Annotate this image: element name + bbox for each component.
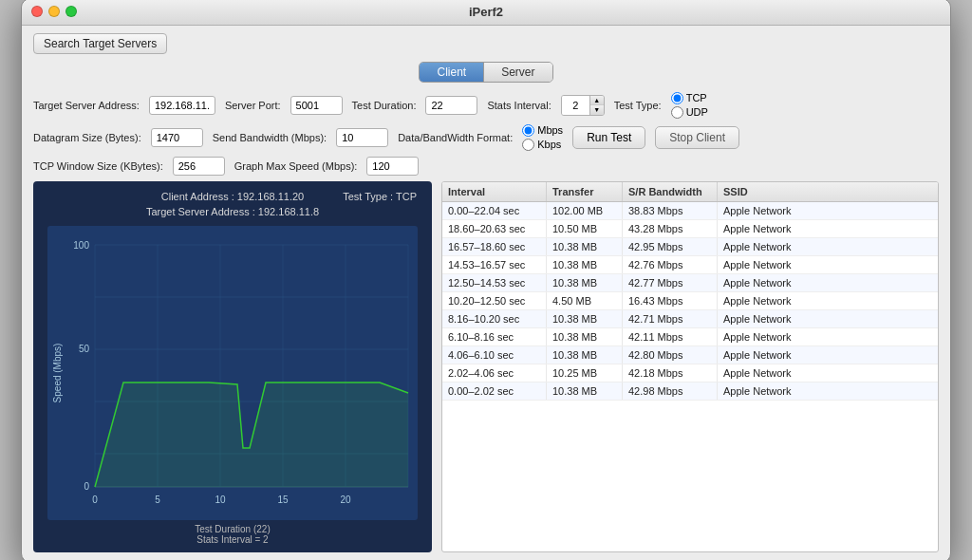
- params-row-3: TCP Window Size (KBytes): Graph Max Spee…: [33, 157, 939, 176]
- chart-svg: 100 50 0 Speed (Mbps) 0 5 10 15 20: [41, 226, 424, 520]
- test-type-udp-radio[interactable]: [671, 106, 683, 119]
- stepper-up-button[interactable]: ▲: [590, 96, 604, 105]
- test-type-tcp-option[interactable]: TCP: [671, 92, 708, 104]
- cell-transfer: 10.38 MB: [547, 274, 623, 291]
- cell-ssid: Apple Network: [718, 220, 938, 237]
- stop-client-button[interactable]: Stop Client: [655, 126, 739, 149]
- cell-interval: 0.00–2.02 sec: [442, 383, 547, 400]
- stepper-down-button[interactable]: ▼: [590, 105, 604, 115]
- cell-interval: 6.10–8.16 sec: [442, 328, 547, 345]
- cell-interval: 8.16–10.20 sec: [442, 310, 547, 327]
- params-row-1: Target Server Address: Server Port: Test…: [33, 92, 939, 119]
- test-type-label: Test Type:: [614, 100, 662, 111]
- test-type-udp-option[interactable]: UDP: [671, 106, 708, 119]
- test-type-udp-label: UDP: [686, 106, 708, 118]
- chart-x-label: Test Duration (22): [195, 524, 270, 534]
- cell-ssid: Apple Network: [718, 364, 938, 382]
- target-server-input[interactable]: [149, 96, 215, 115]
- params-row-2: Datagram Size (Bytes): Send Bandwidth (M…: [33, 124, 939, 151]
- table-row: 0.00–2.02 sec 10.38 MB 42.98 Mbps Apple …: [442, 383, 938, 401]
- chart-server-address: Target Server Address : 192.168.11.8: [41, 204, 424, 220]
- graph-max-input[interactable]: [366, 157, 419, 176]
- data-table: Interval Transfer S/R Bandwidth SSID 0.0…: [441, 181, 939, 552]
- stats-interval-input[interactable]: [562, 96, 590, 115]
- chart-header: Client Address : 192.168.11.20 Target Se…: [41, 189, 424, 220]
- cell-interval: 2.02–4.06 sec: [442, 364, 547, 382]
- table-row: 8.16–10.20 sec 10.38 MB 42.71 Mbps Apple…: [442, 310, 938, 328]
- tab-server[interactable]: Server: [484, 63, 551, 82]
- cell-ssid: Apple Network: [718, 310, 938, 327]
- traffic-lights: [31, 6, 77, 17]
- close-button[interactable]: [31, 6, 43, 17]
- cell-interval: 10.20–12.50 sec: [442, 292, 547, 309]
- table-row: 6.10–8.16 sec 10.38 MB 42.11 Mbps Apple …: [442, 328, 938, 346]
- test-duration-input[interactable]: [425, 96, 477, 115]
- data-bw-kbps-radio[interactable]: [522, 139, 534, 151]
- cell-bandwidth: 16.43 Mbps: [623, 292, 718, 309]
- svg-text:Speed (Mbps): Speed (Mbps): [52, 343, 63, 402]
- table-row: 16.57–18.60 sec 10.38 MB 42.95 Mbps Appl…: [442, 238, 938, 256]
- tab-client[interactable]: Client: [420, 63, 484, 82]
- cell-bandwidth: 43.28 Mbps: [623, 220, 718, 237]
- stats-interval-stepper: ▲ ▼: [561, 95, 605, 116]
- table-row: 18.60–20.63 sec 10.50 MB 43.28 Mbps Appl…: [442, 220, 938, 238]
- data-bw-kbps-option[interactable]: Kbps: [522, 139, 563, 151]
- svg-text:0: 0: [84, 481, 89, 492]
- cell-ssid: Apple Network: [718, 383, 938, 400]
- stats-interval-label: Stats Interval:: [487, 100, 551, 111]
- cell-ssid: Apple Network: [718, 256, 938, 273]
- table-row: 10.20–12.50 sec 4.50 MB 16.43 Mbps Apple…: [442, 292, 938, 310]
- cell-transfer: 10.38 MB: [547, 346, 623, 364]
- cell-bandwidth: 42.18 Mbps: [623, 364, 718, 382]
- svg-text:15: 15: [277, 495, 289, 505]
- data-bw-mbps-radio[interactable]: [522, 124, 534, 137]
- minimize-button[interactable]: [48, 6, 60, 17]
- col-header-ssid: SSID: [718, 182, 938, 201]
- tcp-window-input[interactable]: [173, 157, 225, 176]
- data-bw-mbps-label: Mbps: [537, 124, 563, 136]
- cell-bandwidth: 42.95 Mbps: [623, 238, 718, 255]
- send-bw-input[interactable]: [336, 128, 388, 147]
- server-port-input[interactable]: [290, 96, 343, 115]
- cell-bandwidth: 42.71 Mbps: [623, 310, 718, 327]
- cell-transfer: 10.38 MB: [547, 238, 623, 255]
- cell-bandwidth: 42.80 Mbps: [623, 346, 718, 364]
- data-bw-kbps-label: Kbps: [537, 139, 561, 150]
- tabs-area: Client Server: [33, 62, 939, 83]
- cell-transfer: 10.38 MB: [547, 256, 623, 273]
- cell-interval: 0.00–22.04 sec: [442, 202, 547, 219]
- search-target-button[interactable]: Search Target Servers: [33, 33, 167, 54]
- svg-text:20: 20: [340, 495, 351, 505]
- svg-text:50: 50: [79, 344, 90, 354]
- svg-text:0: 0: [92, 495, 98, 505]
- chart-footer: Test Duration (22) Stats Interval = 2: [41, 524, 424, 545]
- cell-bandwidth: 42.11 Mbps: [623, 328, 718, 345]
- data-bw-mbps-option[interactable]: Mbps: [522, 124, 563, 137]
- cell-bandwidth: 42.77 Mbps: [623, 274, 718, 291]
- col-header-bandwidth: S/R Bandwidth: [623, 182, 718, 201]
- datagram-input[interactable]: [151, 128, 203, 147]
- table-row: 0.00–22.04 sec 102.00 MB 38.83 Mbps Appl…: [442, 202, 938, 220]
- content-area: Search Target Servers Client Server Targ…: [22, 26, 950, 561]
- table-row: 14.53–16.57 sec 10.38 MB 42.76 Mbps Appl…: [442, 256, 938, 274]
- datagram-label: Datagram Size (Bytes):: [33, 132, 141, 143]
- cell-ssid: Apple Network: [718, 202, 938, 219]
- run-test-button[interactable]: Run Test: [572, 126, 645, 149]
- maximize-button[interactable]: [65, 6, 77, 17]
- table-row: 12.50–14.53 sec 10.38 MB 42.77 Mbps Appl…: [442, 274, 938, 292]
- svg-text:10: 10: [215, 495, 226, 505]
- col-header-interval: Interval: [442, 182, 547, 201]
- test-duration-label: Test Duration:: [352, 100, 417, 111]
- cell-transfer: 10.50 MB: [547, 220, 623, 237]
- table-row: 2.02–4.06 sec 10.25 MB 42.18 Mbps Apple …: [442, 364, 938, 383]
- col-header-transfer: Transfer: [547, 182, 623, 201]
- top-bar: Search Target Servers: [33, 33, 939, 54]
- cell-bandwidth: 38.83 Mbps: [623, 202, 718, 219]
- window-title: iPerf2: [469, 5, 503, 19]
- tcp-window-label: TCP Window Size (KBytes):: [33, 160, 163, 172]
- table-row: 4.06–6.10 sec 10.38 MB 42.80 Mbps Apple …: [442, 346, 938, 364]
- cell-ssid: Apple Network: [718, 346, 938, 364]
- cell-interval: 14.53–16.57 sec: [442, 256, 547, 273]
- stepper-buttons: ▲ ▼: [590, 96, 604, 115]
- test-type-tcp-radio[interactable]: [671, 92, 683, 104]
